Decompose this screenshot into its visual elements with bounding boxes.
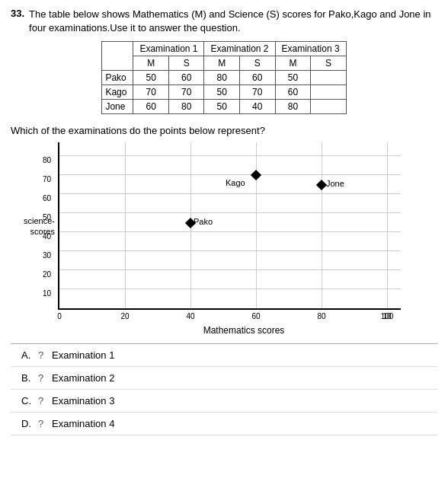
question-number: 33. [11, 8, 24, 35]
y-axis-label: science- scores [18, 142, 58, 310]
x-tick-label: 80 [317, 312, 325, 320]
question-text: The table below shows Mathematics (M) an… [29, 8, 437, 35]
x-tick-label: 20 [120, 312, 129, 320]
x-tick-label: 40 [186, 312, 194, 320]
answer-text: Examination 4 [52, 418, 427, 429]
y-tick-label: 40 [43, 232, 51, 241]
answer-text: Examination 3 [52, 395, 427, 407]
answer-letter: A. [21, 349, 34, 361]
grid-line-horizontal [59, 155, 401, 156]
grid-line-horizontal [59, 193, 401, 194]
grid-line-vertical [387, 142, 388, 308]
grid-line-horizontal [59, 250, 401, 251]
x-tick-label: 10 [382, 312, 391, 320]
exam-table: Examination 1 Examination 2 Examination … [101, 41, 346, 114]
table-row: Kago7070507060 [102, 85, 346, 100]
x-axis-title: Mathematics scores [50, 325, 437, 336]
e2s-header: S [240, 56, 276, 71]
exam1-header: Examination 1 [133, 42, 204, 56]
y-tick-label: 30 [43, 251, 51, 260]
answer-letter: B. [21, 372, 34, 384]
x-tick-label: 0 [57, 312, 62, 320]
answers: A.?Examination 1B.?Examination 2C.?Exami… [11, 343, 437, 435]
table-row: Pako5060806050 [102, 71, 346, 85]
chart-point-label-jone: Jone [326, 179, 344, 188]
data-point-kago [251, 170, 261, 180]
question-header: 33. The table below shows Mathematics (M… [11, 8, 437, 35]
data-point-jone [316, 180, 327, 190]
answer-letter: C. [21, 395, 34, 407]
grid-line-horizontal [59, 174, 401, 175]
e2m-header: M [204, 56, 240, 71]
grid-line-vertical [125, 142, 126, 308]
chart-container: science- scores 102030405060708002040608… [18, 142, 437, 310]
answer-row-d[interactable]: D.?Examination 4 [11, 413, 437, 435]
grid-line-horizontal [59, 212, 401, 213]
y-tick-label: 60 [43, 194, 51, 202]
answer-q-mark: ? [38, 418, 47, 429]
grid-line-horizontal [59, 231, 401, 232]
chart-point-label-pako: Pako [194, 217, 213, 226]
grid-line-horizontal [59, 269, 401, 270]
answer-row-b[interactable]: B.?Examination 2 [11, 367, 437, 390]
answer-text: Examination 2 [52, 372, 427, 384]
e1m-header: M [133, 56, 169, 71]
y-tick-label: 20 [43, 270, 51, 279]
answer-row-c[interactable]: C.?Examination 3 [11, 390, 437, 413]
which-text: Which of the examinations do the points … [11, 125, 437, 136]
e3s-header: S [311, 56, 346, 71]
chart-point-label-kago: Kago [226, 178, 245, 187]
y-tick-label: 50 [43, 213, 51, 222]
y-tick-label: 70 [43, 175, 51, 183]
grid-line-vertical [256, 142, 257, 308]
grid-line-horizontal [59, 289, 401, 289]
y-tick-label: 80 [43, 156, 51, 164]
answer-letter: D. [21, 418, 34, 429]
answer-text: Examination 1 [52, 349, 427, 361]
y-tick-label: 10 [43, 289, 51, 298]
e3m-header: M [275, 56, 311, 71]
answer-q-mark: ? [38, 372, 47, 384]
exam3-header: Examination 3 [275, 42, 346, 56]
x-tick-label: 60 [251, 312, 260, 320]
answer-q-mark: ? [38, 349, 47, 361]
e1s-header: S [168, 56, 204, 71]
exam2-header: Examination 2 [204, 42, 275, 56]
chart-area: 102030405060708002040608010010PakoKagoJo… [58, 142, 401, 310]
grid-line-vertical [322, 142, 322, 308]
chart-section: science- scores 102030405060708002040608… [11, 142, 437, 336]
answer-row-a[interactable]: A.?Examination 1 [11, 344, 437, 367]
answer-q-mark: ? [38, 395, 47, 407]
table-row: Jone6080504080 [102, 100, 346, 114]
